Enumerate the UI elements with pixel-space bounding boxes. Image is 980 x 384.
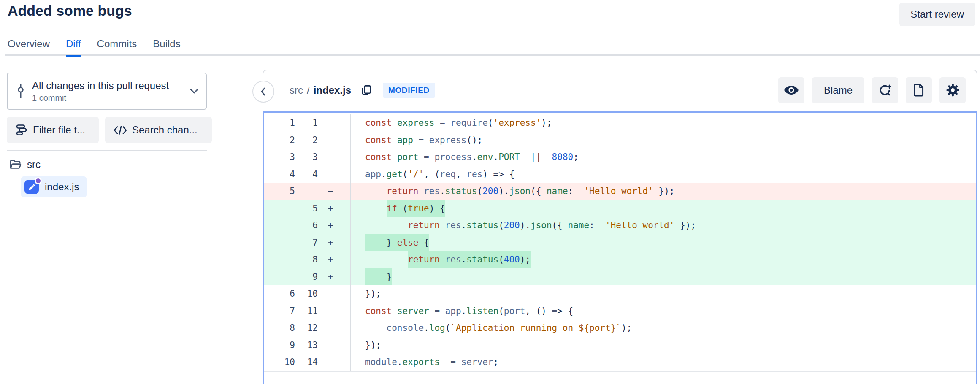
file-icon	[913, 84, 924, 97]
line-number-gutter[interactable]: 8+	[264, 251, 350, 268]
line-number-gutter[interactable]: 5−	[264, 183, 350, 200]
diff-code-panel[interactable]: 11const express = require('express');22c…	[263, 111, 977, 384]
diff-sign	[318, 132, 343, 149]
code-line: });	[350, 285, 976, 303]
line-number-old	[264, 200, 295, 217]
collapse-sidebar-button[interactable]	[252, 81, 274, 103]
folder-label: src	[27, 159, 41, 170]
diff-row[interactable]: 22const app = express();	[264, 132, 976, 149]
diff-row[interactable]: 33const port = process.env.PORT || 8080;	[264, 149, 976, 166]
line-number-new: 12	[295, 319, 318, 337]
line-number-new: 3	[295, 149, 318, 166]
search-changes-button[interactable]: Search chan...	[105, 117, 212, 143]
code-line: const server = app.listen(port, () => {	[350, 303, 976, 320]
code-line: return res.status(200).json({ name: 'Hel…	[350, 183, 976, 200]
code-line: const express = require('express');	[350, 114, 976, 132]
pr-tabs: Overview Diff Commits Builds	[8, 38, 181, 57]
add-comment-icon	[879, 84, 892, 97]
folder-icon	[9, 159, 22, 170]
diff-row[interactable]: 5+ if (true) {	[264, 200, 976, 217]
diff-sign	[318, 149, 343, 166]
line-number-gutter[interactable]: 9+	[264, 268, 350, 286]
line-number-gutter[interactable]: 44	[264, 166, 350, 183]
line-number-gutter[interactable]: 812	[264, 319, 350, 337]
line-number-old	[264, 268, 295, 286]
line-number-gutter[interactable]: 1014	[264, 354, 350, 371]
change-scope-selector[interactable]: All changes in this pull request 1 commi…	[7, 73, 207, 110]
add-comment-button[interactable]	[872, 77, 898, 103]
diff-sign	[318, 337, 343, 354]
line-number-new: 7	[295, 234, 318, 251]
line-number-gutter[interactable]: 22	[264, 132, 350, 149]
tab-builds[interactable]: Builds	[153, 38, 180, 57]
code-line: const port = process.env.PORT || 8080;	[350, 149, 976, 166]
line-number-gutter[interactable]: 7+	[264, 234, 350, 251]
code-line: module.exports = server;	[350, 354, 976, 371]
diff-row[interactable]: 812 console.log(`Application running on …	[264, 319, 976, 337]
diff-sign	[318, 354, 343, 371]
breadcrumb-file: index.js	[314, 84, 351, 96]
diff-sign	[318, 303, 343, 320]
line-number-new: 14	[295, 354, 318, 371]
diff-row[interactable]: 8+ return res.status(400);	[264, 251, 976, 268]
start-review-button[interactable]: Start review	[899, 3, 975, 26]
diff-sign	[318, 285, 343, 303]
eye-icon	[784, 85, 799, 95]
diff-file-header: src / index.js MODIFIED Blame	[263, 70, 977, 110]
line-number-old: 3	[264, 149, 295, 166]
diff-sign	[318, 319, 343, 337]
diff-row[interactable]: 7+ } else {	[264, 234, 976, 251]
line-number-new: 9	[295, 268, 318, 286]
filter-file-tree-button[interactable]: Filter file t...	[7, 117, 99, 143]
line-number-new: 8	[295, 251, 318, 268]
sidebar-buttons: Filter file t... Search chan...	[7, 117, 212, 143]
code-line: }	[350, 268, 976, 286]
code-rows: 11const express = require('express');22c…	[264, 113, 976, 371]
view-file-button[interactable]	[906, 77, 932, 103]
line-number-gutter[interactable]: 33	[264, 149, 350, 166]
diff-row[interactable]: 6+ return res.status(200).json({ name: '…	[264, 217, 976, 234]
watch-file-button[interactable]	[778, 77, 804, 103]
diff-file-card: src / index.js MODIFIED Blame	[263, 70, 977, 384]
diff-sidebar: All changes in this pull request 1 commi…	[7, 73, 208, 110]
line-number-gutter[interactable]: 610	[264, 285, 350, 303]
code-line: });	[350, 337, 976, 354]
code-line: return res.status(200).json({ name: 'Hel…	[350, 217, 976, 234]
chevron-down-icon	[190, 89, 198, 94]
line-number-gutter[interactable]: 11	[264, 114, 350, 132]
tab-diff[interactable]: Diff	[66, 38, 81, 57]
diff-row[interactable]: 5− return res.status(200).json({ name: '…	[264, 183, 976, 200]
tab-commits[interactable]: Commits	[97, 38, 137, 57]
line-number-gutter[interactable]: 711	[264, 303, 350, 320]
breadcrumb-separator: /	[307, 84, 310, 96]
diff-sign	[318, 166, 343, 183]
code-bottom-divider	[264, 371, 976, 372]
line-number-gutter[interactable]: 5+	[264, 200, 350, 217]
breadcrumb-dir: src	[290, 84, 303, 96]
diff-row[interactable]: 913});	[264, 337, 976, 354]
line-number-gutter[interactable]: 913	[264, 337, 350, 354]
diff-row[interactable]: 711const server = app.listen(port, () =>…	[264, 303, 976, 320]
diff-row[interactable]: 44app.get('/', (req, res) => {	[264, 166, 976, 183]
diff-settings-button[interactable]	[939, 77, 966, 103]
tab-overview[interactable]: Overview	[8, 38, 50, 57]
diff-sign: +	[318, 200, 343, 217]
line-number-old	[264, 217, 295, 234]
diff-row[interactable]: 9+ }	[264, 268, 976, 286]
diff-sign	[318, 114, 343, 132]
line-number-old	[264, 234, 295, 251]
blame-button[interactable]: Blame	[812, 77, 864, 103]
tree-folder-src[interactable]: src	[9, 159, 41, 170]
tree-file-indexjs[interactable]: index.js	[21, 176, 87, 197]
diff-row[interactable]: 11const express = require('express');	[264, 114, 976, 132]
diff-row[interactable]: 1014module.exports = server;	[264, 354, 976, 371]
diff-row[interactable]: 610});	[264, 285, 976, 303]
line-number-old: 1	[264, 114, 295, 132]
line-number-new	[295, 183, 318, 200]
line-number-new: 13	[295, 337, 318, 354]
copy-path-button[interactable]	[360, 84, 372, 96]
line-number-gutter[interactable]: 6+	[264, 217, 350, 234]
line-number-old: 5	[264, 183, 295, 200]
code-line: } else {	[350, 234, 976, 251]
line-number-new: 11	[295, 303, 318, 320]
